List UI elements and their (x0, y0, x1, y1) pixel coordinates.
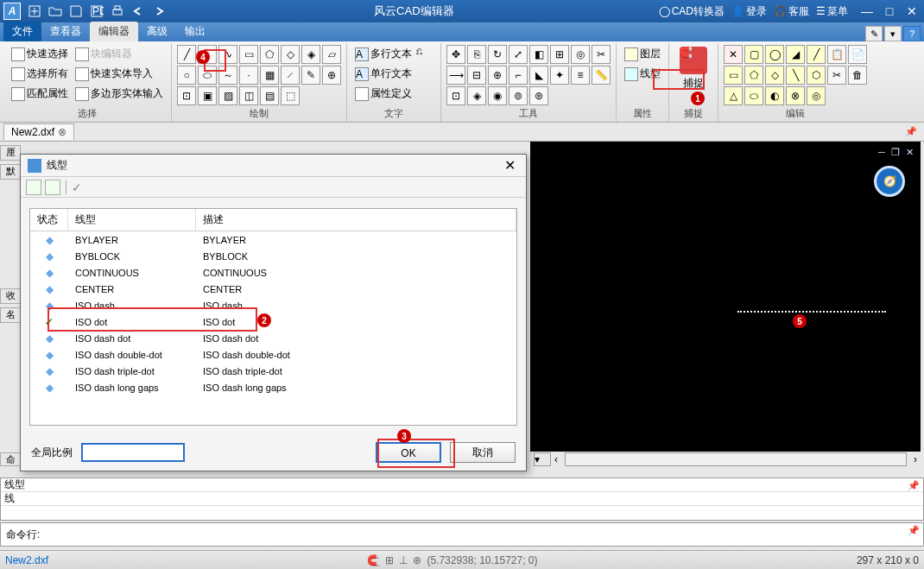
list-item[interactable]: ◆ISO dash long gapsISO dash long gaps (30, 379, 516, 395)
status-polar-icon[interactable]: ⊕ (413, 554, 421, 566)
edit-8-icon[interactable]: ╲ (786, 66, 805, 85)
draw-shape2-icon[interactable]: ◈ (301, 45, 320, 64)
canvas-close-icon[interactable]: ✕ (903, 147, 915, 159)
linetype-list[interactable]: 状态 线型 描述 ◆BYLAYERBYLAYER◆BYBLOCKBYBLOCK◆… (29, 208, 517, 426)
list-item[interactable]: ◆ISO dash double-dotISO dash double-dot (30, 346, 516, 363)
list-item[interactable]: ◆ISO dashISO dash (30, 297, 516, 313)
tool-trim-icon[interactable]: ✂ (592, 45, 611, 64)
support-link[interactable]: 🎧客服 (774, 4, 809, 19)
redo-icon[interactable] (149, 2, 168, 21)
edit-copy-icon[interactable]: 📋 (827, 45, 846, 64)
edit-12-icon[interactable]: ◐ (765, 86, 784, 105)
tool-break-icon[interactable]: ⊟ (467, 66, 486, 85)
side-panel-3[interactable]: 名 (0, 307, 21, 323)
edit-11-icon[interactable]: ⬭ (744, 86, 763, 105)
draw-shape3-icon[interactable]: ▱ (322, 45, 341, 64)
side-panel-4[interactable]: 命 (0, 452, 21, 466)
new-file-icon[interactable] (25, 2, 44, 21)
attr-def-button[interactable]: 属性定义 (352, 85, 415, 103)
canvas-restore-icon[interactable]: ❐ (889, 147, 902, 159)
tool-mirror-icon[interactable]: ◧ (529, 45, 548, 64)
canvas[interactable]: ─ ❐ ✕ 🧭 ▾ ‹ › (530, 142, 921, 467)
edit-14-icon[interactable]: ◎ (807, 86, 826, 105)
toolbar-options-icon[interactable]: ✎ (865, 26, 883, 41)
ok-button[interactable]: OK (376, 442, 441, 463)
edit-10-icon[interactable]: △ (724, 86, 743, 105)
login-link[interactable]: 👤登录 (731, 4, 767, 19)
list-item[interactable]: ◆CONTINUOUSCONTINUOUS (30, 264, 516, 281)
tab-viewer[interactable]: 查看器 (41, 22, 90, 41)
command-panel[interactable]: 命令行: 📌 (0, 522, 924, 547)
match-props-button[interactable]: 匹配属性 (9, 85, 71, 103)
edit-paste-icon[interactable]: 📄 (848, 45, 867, 64)
edit-del-icon[interactable]: 🗑 (848, 66, 867, 85)
save-pdf-icon[interactable]: PDF (87, 2, 106, 21)
edit-erase-icon[interactable]: ✕ (724, 45, 743, 64)
cmd-pin-icon[interactable]: 📌 (908, 525, 920, 536)
edit-9-icon[interactable]: ⬡ (807, 66, 826, 85)
list-item[interactable]: ◆CENTERCENTER (30, 281, 516, 297)
linetype-button[interactable]: 线型 (622, 65, 663, 83)
tool-misc3-icon[interactable]: ◉ (488, 86, 507, 105)
block-editor-button[interactable]: 块编辑器 (73, 45, 166, 63)
draw-dim-icon[interactable]: ⊡ (177, 86, 196, 105)
snap-button[interactable]: 🧲 捕捉 (674, 45, 712, 92)
list-item[interactable]: ◆BYLAYERBYLAYER (30, 231, 516, 248)
canvas-scrollbar[interactable]: ▾ ‹ › (530, 452, 921, 467)
tab-output[interactable]: 输出 (176, 22, 214, 41)
dlg-apply-icon[interactable]: ✓ (72, 180, 82, 194)
single-text-button[interactable]: A单行文本 (352, 65, 415, 83)
minimize-button[interactable]: — (858, 4, 876, 18)
col-status[interactable]: 状态 (30, 209, 68, 231)
prop-linetype-row[interactable]: 线型 (1, 478, 923, 492)
view-cube-icon[interactable]: 🧭 (874, 166, 905, 197)
side-panel-default[interactable]: 默 (0, 164, 21, 180)
tool-extend-icon[interactable]: ⟶ (446, 66, 465, 85)
edit-1-icon[interactable]: ▢ (744, 45, 763, 64)
cad-converter-link[interactable]: ◯CAD转换器 (659, 4, 725, 19)
tool-offset-icon[interactable]: ◎ (571, 45, 590, 64)
tool-rotate-icon[interactable]: ↻ (488, 45, 507, 64)
prop-pin-icon[interactable]: 📌 (908, 480, 920, 491)
edit-13-icon[interactable]: ⊗ (786, 86, 805, 105)
draw-tool1-icon[interactable]: ⟋ (281, 66, 300, 85)
draw-point-icon[interactable]: · (239, 66, 258, 85)
edit-6-icon[interactable]: ⬠ (744, 66, 763, 85)
list-item[interactable]: ◆BYBLOCKBYBLOCK (30, 248, 516, 264)
tab-advanced[interactable]: 高级 (138, 22, 176, 41)
layers-button[interactable]: 图层 (622, 45, 663, 63)
tool-misc2-icon[interactable]: ◈ (467, 86, 486, 105)
draw-block-icon[interactable]: ▣ (198, 86, 217, 105)
draw-polyline-icon[interactable]: ∿ (218, 45, 237, 64)
draw-misc-icon[interactable]: ⬚ (281, 86, 300, 105)
list-item[interactable]: ◆ISO dash triple-dotISO dash triple-dot (30, 363, 516, 379)
draw-hatch-icon[interactable]: ▦ (260, 66, 279, 85)
draw-polygon-icon[interactable]: ⬠ (260, 45, 279, 64)
tool-move-icon[interactable]: ✥ (446, 45, 465, 64)
draw-line-icon[interactable]: ╱ (177, 45, 196, 64)
tool-misc5-icon[interactable]: ⊛ (529, 86, 548, 105)
dlg-save-icon[interactable] (45, 180, 60, 195)
draw-image-icon[interactable]: ▨ (218, 86, 237, 105)
status-grid-icon[interactable]: ⊞ (385, 554, 394, 566)
side-panel-2[interactable]: 收 (0, 288, 21, 304)
tool-join-icon[interactable]: ⊕ (488, 66, 507, 85)
tool-explode-icon[interactable]: ✦ (550, 66, 569, 85)
multiline-text-button[interactable]: A多行文本 (352, 45, 415, 63)
edit-2-icon[interactable]: ◯ (765, 45, 784, 64)
edit-7-icon[interactable]: ◇ (765, 66, 784, 85)
cancel-button[interactable]: 取消 (450, 442, 516, 463)
tool-misc4-icon[interactable]: ⊚ (509, 86, 528, 105)
tool-scale-icon[interactable]: ⤢ (509, 45, 528, 64)
tool-measure-icon[interactable]: 📏 (592, 66, 611, 85)
list-item[interactable]: ◆ISO dash dotISO dash dot (30, 330, 516, 346)
draw-shape1-icon[interactable]: ◇ (281, 45, 300, 64)
select-all-button[interactable]: 选择所有 (9, 65, 71, 83)
col-linetype[interactable]: 线型 (68, 209, 196, 231)
close-button[interactable]: ✕ (903, 4, 921, 18)
status-ortho-icon[interactable]: ⊥ (399, 554, 408, 566)
tool-chamfer-icon[interactable]: ◣ (529, 66, 548, 85)
fast-import-button[interactable]: 快速实体导入 (73, 65, 166, 83)
undo-icon[interactable] (129, 2, 148, 21)
tool-copy-icon[interactable]: ⎘ (467, 45, 486, 64)
